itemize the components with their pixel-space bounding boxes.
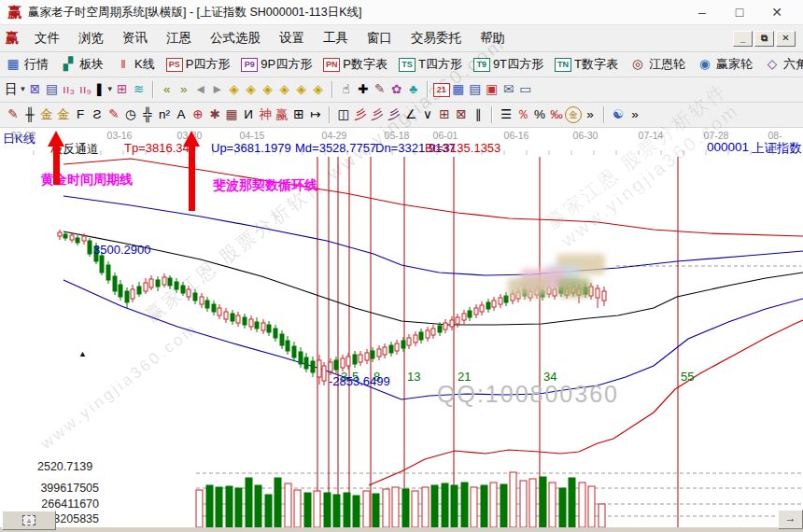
gann-diamond-4-icon[interactable]: ◈ (276, 81, 293, 99)
parallel-lines-icon[interactable]: ∥ (470, 106, 486, 124)
menu-资讯[interactable]: 资讯 (113, 27, 157, 49)
gann-time-lines-icon[interactable]: ╫ (21, 106, 38, 124)
winner-wheel-icon[interactable]: ◉ (697, 56, 713, 74)
more2-icon[interactable]: » (627, 106, 643, 124)
hand-tool-icon[interactable]: ☝ (338, 81, 355, 99)
stats-list-icon[interactable]: ☰ (498, 106, 514, 124)
maximize-button[interactable]: □ (721, 5, 758, 20)
p-square-icon[interactable]: PS (166, 58, 183, 72)
menu-公式选股[interactable]: 公式选股 (201, 27, 270, 49)
zigzag-icon[interactable]: ∨ (419, 106, 436, 124)
percent-line-icon[interactable]: ％ (514, 106, 531, 124)
box-tool-icon[interactable]: ◫ (335, 106, 352, 124)
mdi-minimize-button[interactable]: _ (733, 31, 753, 47)
menu-文件[interactable]: 文件 (25, 27, 69, 49)
kline-icon[interactable]: ‖ (115, 56, 132, 74)
bars-3-icon[interactable]: ıı₃ (60, 81, 77, 99)
last-page-icon[interactable]: » (176, 81, 192, 99)
brush-icon[interactable]: ✎ (106, 106, 122, 124)
fan-grid-icon[interactable]: 彡 (386, 106, 402, 124)
quotes-icon[interactable]: ▦ (5, 56, 21, 74)
tool-9t-square[interactable]: T99T四方形 (473, 56, 552, 73)
mail-icon[interactable]: ✉ (500, 81, 517, 99)
win-grid-icon[interactable]: 赢 (274, 106, 290, 124)
crosshair-icon[interactable]: ✚ (355, 81, 372, 99)
chip-bag-icon[interactable]: ♣ (405, 81, 422, 99)
menu-交易委托[interactable]: 交易委托 (402, 27, 471, 49)
bars-9-icon[interactable]: ıı₉ (77, 81, 93, 99)
menu-浏览[interactable]: 浏览 (69, 27, 113, 49)
9t-square-icon[interactable]: T9 (473, 58, 490, 72)
permille-icon[interactable]: ‰ (548, 106, 565, 124)
candle-style-dropdown[interactable]: ❚▼ (93, 81, 113, 99)
mark-pen-icon[interactable]: ✎ (372, 81, 388, 99)
tool-p-number[interactable]: PNP数字表 (323, 56, 396, 73)
prev-bar-icon[interactable]: ◄ (192, 81, 209, 99)
tool-sectors[interactable]: ▞板块 (60, 56, 112, 74)
period-day-dropdown[interactable]: 日▼ (5, 81, 26, 99)
angle-a-icon[interactable]: A (173, 106, 190, 124)
tool-hexagon[interactable]: ◇六角形 (764, 56, 803, 74)
calendar-21-icon[interactable]: 21 (433, 83, 450, 97)
tool-t-square[interactable]: TST四方形 (399, 56, 471, 73)
panel-toggle-button[interactable]: ▵ (2, 511, 56, 530)
tool-t-number[interactable]: TNT数字表 (555, 56, 627, 73)
golden-time-cycle-icon[interactable]: 金 (38, 106, 55, 124)
tool-kline[interactable]: ‖K线 (115, 56, 163, 74)
price-grid2-icon[interactable]: ⊠ (453, 106, 470, 124)
star-cycle-icon[interactable]: ✱ (206, 106, 223, 124)
f-grid-icon[interactable]: F (72, 106, 89, 124)
chip-distribution-icon[interactable]: ⊞ (114, 81, 131, 99)
more-tools-icon[interactable]: » (582, 106, 599, 124)
wave-icon[interactable]: И (240, 106, 257, 124)
calculator-icon[interactable]: ▦ (450, 81, 467, 99)
9p-square-icon[interactable]: P9 (241, 58, 258, 72)
mdi-close-button[interactable]: ✕ (776, 31, 796, 47)
draw-pen-icon[interactable]: ✎ (5, 106, 21, 124)
square-grid-icon[interactable]: ▦ (223, 106, 240, 124)
tool-9p-square[interactable]: P99P四方形 (241, 56, 320, 73)
percent-icon[interactable]: % (531, 106, 548, 124)
tool-winner-wheel[interactable]: ◉赢家轮 (697, 56, 761, 74)
golden-grid-icon[interactable]: 金 (55, 106, 72, 124)
fibonacci-cycle-icon[interactable]: ╬ (139, 106, 156, 124)
angle-lines-icon[interactable]: ∠ (402, 106, 419, 124)
next-bar-icon[interactable]: ► (209, 81, 226, 99)
close-button[interactable]: ✕ (758, 5, 796, 20)
price-grid-icon[interactable]: ⊞ (436, 106, 453, 124)
mdi-restore-button[interactable]: ⧉ (754, 31, 774, 47)
gann-circle-icon[interactable]: ⊕ (190, 106, 206, 124)
gann-diamond-6-icon[interactable]: ◈ (310, 81, 327, 99)
gann-diamond-3-icon[interactable]: ◈ (260, 81, 276, 99)
spiral-icon[interactable]: Ƨ (89, 106, 106, 124)
menu-帮助[interactable]: 帮助 (471, 27, 514, 49)
t-number-icon[interactable]: TN (555, 58, 571, 72)
taiji-icon[interactable]: ☯ (610, 106, 627, 124)
gann-diamond-1-icon[interactable]: ◈ (226, 81, 243, 99)
extend-line-icon[interactable]: ↦ (307, 106, 324, 124)
tool-quotes[interactable]: ▦行情 (5, 56, 57, 74)
festival-icon[interactable]: ✿ (388, 81, 405, 99)
fan-lines-icon[interactable]: 彡 (352, 106, 369, 124)
gann-wheel-icon[interactable]: ◎ (629, 56, 646, 74)
first-page-icon[interactable]: « (159, 81, 176, 99)
compress-chart-icon[interactable]: ⊠ (26, 81, 43, 99)
menu-江恩[interactable]: 江恩 (157, 27, 201, 49)
volume-colors-icon[interactable]: ≋ (131, 81, 148, 99)
gann-diamond-5-icon[interactable]: ◈ (293, 81, 310, 99)
tool-gann-wheel[interactable]: ◎江恩轮 (629, 56, 694, 74)
menu-窗口[interactable]: 窗口 (358, 27, 402, 49)
menu-工具[interactable]: 工具 (314, 27, 358, 49)
memo-icon[interactable]: ▤ (467, 81, 484, 99)
save-icon[interactable]: ▣ (484, 81, 500, 99)
gold-coin-icon[interactable]: 金 (565, 106, 582, 123)
menu-设置[interactable]: 设置 (270, 27, 314, 49)
print-icon[interactable]: ▭ (517, 81, 534, 99)
tool-p-square[interactable]: PSP四方形 (166, 56, 239, 73)
info-list-icon[interactable]: ▤ (43, 81, 60, 99)
fan-box-icon[interactable]: 彡 (369, 106, 386, 124)
shen-grid-icon[interactable]: 神 (257, 106, 274, 124)
number-grid-icon[interactable]: ⊞ (290, 106, 307, 124)
square-number-icon[interactable]: n² (156, 106, 173, 124)
hexagon-icon[interactable]: ◇ (764, 56, 781, 74)
